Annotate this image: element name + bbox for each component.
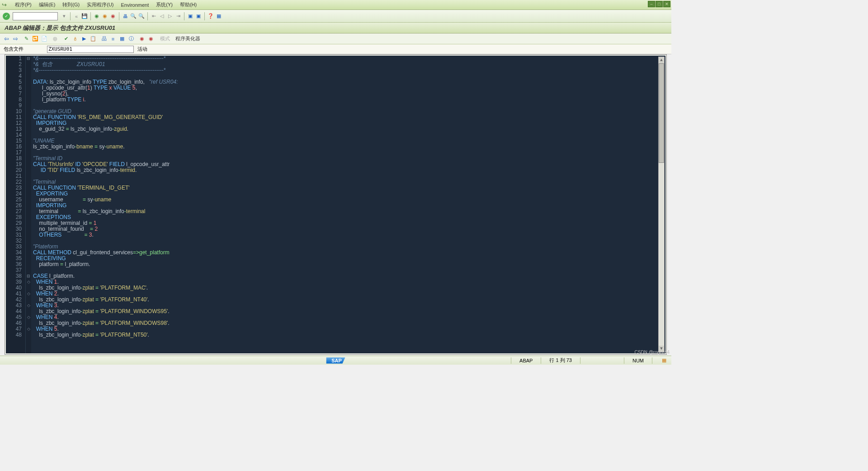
title-bar: ABAP 编辑器：显示 包含文件 ZXUSRU01 — [0, 23, 671, 33]
scroll-thumb[interactable] — [659, 63, 664, 163]
page-title: ABAP 编辑器：显示 包含文件 ZXUSRU01 — [5, 24, 115, 32]
sap-logo: SAP — [326, 357, 345, 364]
status-bar: SAP ABAP 行 1 列 73 NUM ▦ — [0, 356, 671, 365]
separator — [119, 12, 119, 20]
status-config-icon[interactable]: ▦ — [660, 357, 668, 364]
next-page-icon[interactable]: ▷ — [166, 13, 174, 20]
include-status: 活动 — [137, 46, 147, 52]
pretty-printer-button[interactable]: 程序美化器 — [175, 35, 200, 42]
outline-icon[interactable]: ≡ — [109, 35, 117, 43]
layout-icon[interactable]: ▦ — [215, 13, 222, 20]
include-file-label: 包含文件 — [4, 46, 47, 52]
code-area[interactable]: *&--------------------------------------… — [31, 56, 665, 353]
new-session-icon[interactable]: ▣ — [187, 13, 194, 20]
watermark: CSDN @rogerix4 — [635, 350, 670, 355]
maximize-button[interactable]: □ — [656, 1, 663, 7]
menu-program[interactable]: 程序(P) — [11, 1, 35, 8]
menu-goto[interactable]: 转到(G) — [59, 1, 83, 8]
breakpoint-icon[interactable]: ◉ — [138, 35, 146, 43]
include-file-input[interactable] — [47, 46, 134, 53]
last-page-icon[interactable]: ⇥ — [175, 13, 182, 20]
prev-page-icon[interactable]: ◁ — [158, 13, 165, 20]
cancel-icon[interactable]: ◉ — [109, 13, 117, 20]
find-icon[interactable]: 🔍 — [130, 13, 137, 20]
fold-gutter[interactable]: ⊟⊟◇◇◇◇◇ — [26, 56, 31, 353]
window-controls: – □ ✕ — [647, 1, 670, 7]
code-editor[interactable]: 1234567891011121314151617181920212223242… — [6, 56, 665, 353]
dropdown-icon[interactable]: ▾ — [61, 13, 68, 20]
back-icon[interactable]: ◉ — [93, 13, 100, 20]
editor-container: 1234567891011121314151617181920212223242… — [5, 54, 667, 355]
scroll-up-icon[interactable]: ▲ — [659, 57, 664, 63]
display-list-icon[interactable]: ▦ — [118, 35, 126, 43]
status-position: 行 1 列 73 — [549, 357, 572, 364]
menu-system[interactable]: 系统(Y) — [152, 1, 176, 8]
enhance-icon[interactable]: ◎ — [52, 35, 59, 43]
nav-back-icon[interactable]: ⇦ — [3, 35, 10, 43]
status-lang: ABAP — [519, 358, 533, 363]
where-used-icon[interactable]: 📋 — [90, 35, 97, 43]
mode-label: 模式 — [160, 35, 170, 42]
info-icon[interactable]: ⓘ — [127, 35, 135, 43]
other-object-icon[interactable]: 📄 — [41, 35, 48, 43]
line-number-gutter: 1234567891011121314151617181920212223242… — [6, 56, 26, 353]
find-next-icon[interactable]: 🔍 — [138, 13, 145, 20]
separator — [147, 12, 148, 20]
status-numlock: NUM — [632, 358, 644, 363]
nav-forward-icon[interactable]: ⇨ — [12, 35, 19, 43]
close-button[interactable]: ✕ — [663, 1, 670, 7]
menu-environment[interactable]: Environment — [118, 2, 153, 8]
menu-bar: ↪ 程序(P) 编辑(E) 转到(G) 实用程序(U) Environment … — [0, 0, 671, 10]
shortcut-icon[interactable]: ▣ — [195, 13, 202, 20]
save-icon[interactable]: 💾 — [81, 13, 88, 20]
exit-icon[interactable]: ◉ — [101, 13, 108, 20]
menu-edit[interactable]: 编辑(E) — [35, 1, 59, 8]
separator — [90, 12, 91, 20]
hierarchy-icon[interactable]: 品 — [100, 35, 108, 43]
menu-utilities[interactable]: 实用程序(U) — [83, 1, 117, 8]
collapse-left-icon[interactable]: « — [73, 13, 80, 20]
vertical-scrollbar[interactable]: ▲ ▼ — [658, 57, 665, 352]
help-icon[interactable]: ❓ — [207, 13, 214, 20]
separator — [70, 12, 71, 20]
print-icon[interactable]: 🖶 — [122, 13, 129, 20]
command-combo[interactable] — [13, 12, 58, 20]
share-icon[interactable]: ↪ — [2, 1, 7, 8]
separator — [204, 12, 205, 20]
enter-icon[interactable]: ✓ — [3, 13, 10, 20]
test-icon[interactable]: ▶ — [80, 35, 88, 43]
include-file-row: 包含文件 活动 — [0, 44, 671, 54]
display-change-icon[interactable]: ✎ — [23, 35, 30, 43]
first-page-icon[interactable]: ⇤ — [150, 13, 157, 20]
main-toolbar: ✓ ▾ « 💾 ◉ ◉ ◉ 🖶 🔍 🔍 ⇤ ◁ ▷ ⇥ ▣ ▣ ❓ ▦ — [0, 10, 671, 23]
check-icon[interactable]: ✔ — [62, 35, 70, 43]
separator — [184, 12, 184, 20]
app-toolbar: ⇦ ⇨ ✎ 🔁 📄 ◎ ✔ 🕯 ▶ 📋 品 ≡ ▦ ⓘ ◉ ◉ 模式 程序美化器 — [0, 33, 671, 44]
breakpoint-session-icon[interactable]: ◉ — [147, 35, 155, 43]
menu-help[interactable]: 帮助(H) — [176, 1, 200, 8]
activate-icon[interactable]: 🕯 — [71, 35, 79, 43]
active-inactive-icon[interactable]: 🔁 — [32, 35, 39, 43]
minimize-button[interactable]: – — [648, 1, 655, 7]
